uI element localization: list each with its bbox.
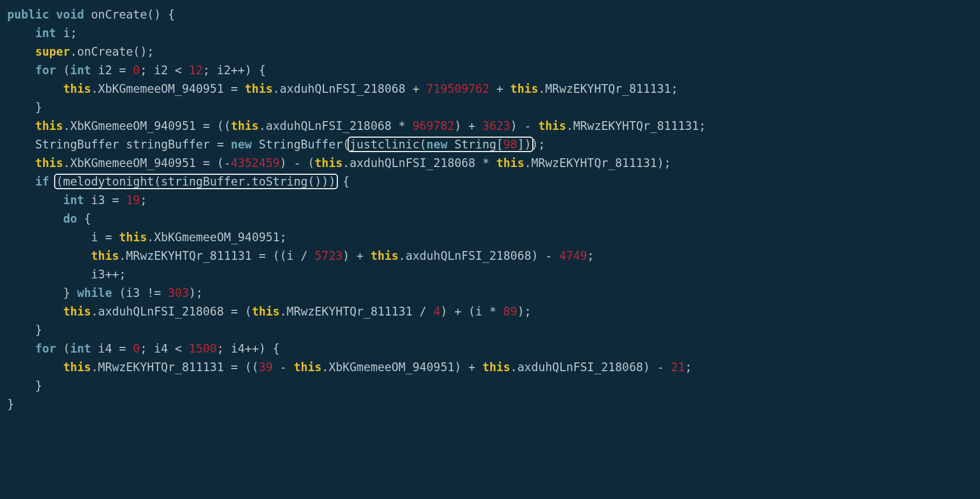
open: ( bbox=[56, 63, 70, 77]
num: 21 bbox=[671, 360, 685, 374]
txt: .MRwzEKYHTQr_811131); bbox=[524, 156, 671, 170]
num: 0 bbox=[133, 342, 140, 355]
kw-int: int bbox=[70, 63, 91, 77]
kw-this: this bbox=[482, 360, 510, 374]
num: 98 bbox=[503, 138, 517, 151]
txt: .MRwzEKYHTQr_811131 / bbox=[280, 305, 433, 318]
semi: ; bbox=[587, 249, 594, 262]
txt: .MRwzEKYHTQr_811131; bbox=[566, 119, 706, 132]
code-line-7: this.XbKGmemeeOM_940951 = ((this.axduhQL… bbox=[35, 119, 706, 132]
kw-this: this bbox=[293, 360, 321, 374]
txt: - bbox=[273, 360, 294, 374]
code-line-2: int i; bbox=[35, 26, 77, 40]
code-line-13: i = this.XbKGmemeeOM_940951; bbox=[91, 230, 287, 244]
num: 303 bbox=[168, 286, 189, 300]
kw-this: this bbox=[91, 249, 119, 262]
kw-new: new bbox=[427, 138, 448, 151]
kw-for: for bbox=[35, 342, 56, 355]
close: } bbox=[35, 323, 42, 337]
code-line-16: } while (i3 != 303); bbox=[63, 286, 203, 300]
code-line-22: } bbox=[7, 397, 14, 411]
code-line-8: StringBuffer stringBuffer = new StringBu… bbox=[35, 138, 545, 151]
txt: .XbKGmemeeOM_940951 = ( bbox=[63, 156, 224, 170]
num: 39 bbox=[259, 360, 273, 374]
txt: ); bbox=[517, 305, 531, 318]
kw-this: this bbox=[63, 305, 91, 318]
code-line-12: do { bbox=[63, 212, 91, 225]
txt: (i3 != bbox=[112, 286, 168, 300]
mid: ; i4 < bbox=[140, 342, 189, 355]
num: 4352459 bbox=[231, 156, 280, 170]
txt: .XbKGmemeeOM_940951 = bbox=[91, 82, 245, 95]
txt: + bbox=[489, 82, 511, 95]
txt: i = bbox=[91, 230, 119, 244]
num: 89 bbox=[503, 305, 517, 318]
code-block: public void onCreate() { int i; super.on… bbox=[0, 0, 980, 419]
txt: ); bbox=[531, 138, 545, 151]
code-line-18: } bbox=[35, 323, 42, 337]
num: 3623 bbox=[482, 119, 510, 132]
kw-this: this bbox=[231, 119, 258, 132]
txt: .axduhQLnFSI_218068) - bbox=[399, 249, 560, 262]
kw-this: this bbox=[119, 230, 147, 244]
kw-this: this bbox=[496, 156, 524, 170]
highlight-box-justclinic: justclinic(new String[98]) bbox=[349, 138, 532, 151]
code-line-3: super.onCreate(); bbox=[35, 45, 154, 58]
var: i4 = bbox=[91, 342, 133, 355]
txt: i3++; bbox=[91, 268, 126, 281]
code-line-5: this.XbKGmemeeOM_940951 = this.axduhQLnF… bbox=[63, 82, 678, 95]
kw-this: this bbox=[252, 305, 280, 318]
num: 4749 bbox=[559, 249, 587, 262]
num: 19 bbox=[126, 193, 140, 207]
post: ; i2++) { bbox=[203, 63, 266, 77]
txt: .axduhQLnFSI_218068 * bbox=[342, 156, 496, 170]
num: 12 bbox=[189, 63, 203, 77]
kw-int: int bbox=[35, 26, 56, 40]
txt: (melodytonight(stringBuffer.toString())) bbox=[56, 175, 336, 188]
close: } bbox=[35, 101, 42, 114]
txt: .MRwzEKYHTQr_811131 = (( bbox=[91, 360, 259, 374]
minus: - bbox=[224, 156, 231, 170]
semi: ; bbox=[140, 193, 147, 207]
txt: ) + (i * bbox=[440, 305, 503, 318]
num: 1500 bbox=[189, 342, 217, 355]
kw-while: while bbox=[77, 286, 112, 300]
num: 719509762 bbox=[427, 82, 489, 95]
kw-this: this bbox=[370, 249, 398, 262]
close: } bbox=[35, 379, 42, 392]
txt: .axduhQLnFSI_218068 * bbox=[259, 119, 413, 132]
txt: } bbox=[63, 286, 77, 300]
code-line-21: } bbox=[35, 379, 42, 392]
num: 4 bbox=[433, 305, 440, 318]
close: } bbox=[7, 397, 14, 411]
txt: .axduhQLnFSI_218068) - bbox=[510, 360, 671, 374]
kw-new: new bbox=[231, 138, 252, 151]
fn-name: onCreate bbox=[91, 8, 147, 21]
txt: ) - ( bbox=[280, 156, 315, 170]
kw-this: this bbox=[510, 82, 538, 95]
kw-int: int bbox=[63, 193, 84, 207]
var: i2 = bbox=[91, 63, 133, 77]
post: ; i4++) { bbox=[217, 342, 280, 355]
semi: ; bbox=[685, 360, 692, 374]
txt: .XbKGmemeeOM_940951; bbox=[147, 230, 287, 244]
kw-this: this bbox=[538, 119, 566, 132]
code-line-9: this.XbKGmemeeOM_940951 = (-4352459) - (… bbox=[35, 156, 671, 170]
code-line-19: for (int i4 = 0; i4 < 1500; i4++) { bbox=[35, 342, 280, 355]
var: i bbox=[63, 26, 70, 40]
txt: ]) bbox=[517, 138, 531, 151]
code-line-20: this.MRwzEKYHTQr_811131 = ((39 - this.Xb… bbox=[63, 360, 692, 374]
kw-int: int bbox=[70, 342, 91, 355]
txt: StringBuffer( bbox=[252, 138, 350, 151]
kw-do: do bbox=[63, 212, 77, 225]
num: 0 bbox=[133, 63, 140, 77]
call: .onCreate(); bbox=[70, 45, 154, 58]
semi: ; bbox=[70, 26, 77, 40]
code-line-17: this.axduhQLnFSI_218068 = (this.MRwzEKYH… bbox=[63, 305, 531, 318]
code-line-1: public void onCreate() { bbox=[7, 8, 175, 21]
kw-this: this bbox=[315, 156, 342, 170]
code-line-4: for (int i2 = 0; i2 < 12; i2++) { bbox=[35, 63, 266, 77]
kw-this: this bbox=[35, 156, 63, 170]
txt: .axduhQLnFSI_218068 + bbox=[273, 82, 427, 95]
txt: .MRwzEKYHTQr_811131 = ((i / bbox=[119, 249, 315, 262]
